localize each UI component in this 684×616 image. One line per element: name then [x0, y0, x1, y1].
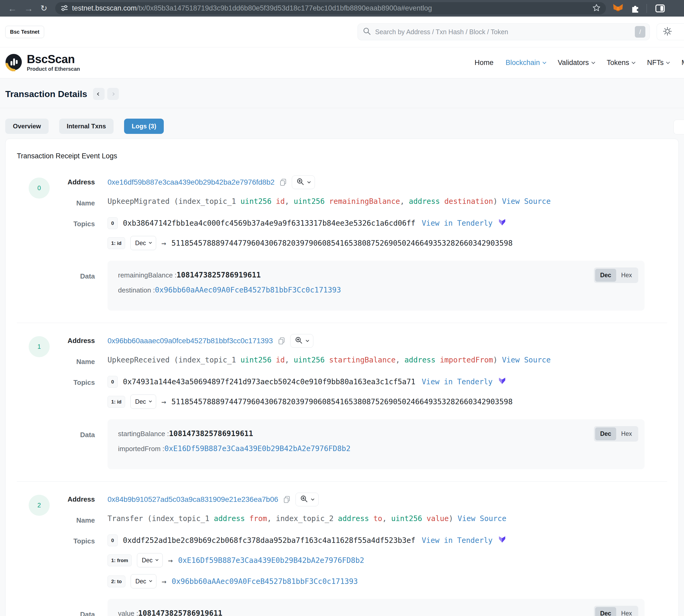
dec-toggle[interactable]: Dec — [595, 269, 616, 282]
hex-toggle[interactable]: Hex — [616, 427, 637, 440]
event-log-entry: 2Address0x84b9b910527ad5c03a9ca831909e21… — [17, 482, 667, 616]
chevron-down-icon — [307, 180, 311, 183]
tenderly-icon — [498, 218, 506, 228]
chevron-right-icon — [111, 92, 115, 96]
view-source-link[interactable]: View Source — [502, 197, 550, 206]
data-address-link[interactable]: 0x96bb60aAAec09A0FceB4527b81bbF3Cc0c1713… — [155, 286, 341, 294]
tab-overview[interactable]: Overview — [5, 118, 49, 134]
dec-hex-toggle: DecHex — [594, 267, 638, 283]
view-in-tenderly-link[interactable]: View in Tenderly — [421, 219, 493, 227]
site-header: BscScan Product of Etherscan Home Blockc… — [0, 47, 684, 79]
view-in-tenderly-link[interactable]: View in Tenderly — [421, 377, 493, 386]
data-label: Data — [17, 419, 95, 439]
side-panel-icon[interactable] — [655, 3, 665, 14]
data-param-name: startingBalance : — [118, 430, 169, 438]
name-label: Name — [17, 514, 95, 525]
txn-pager — [93, 88, 119, 100]
topic-row: 1: idDec→5118545788897447796043067820397… — [108, 236, 667, 250]
network-badge[interactable]: Bsc Testnet — [5, 26, 44, 38]
browser-reload-icon[interactable]: ↻ — [37, 4, 51, 13]
zoom-address-button[interactable] — [292, 175, 315, 189]
address-bar[interactable]: testnet.bscscan.com/tx/0x85b3a147518719d… — [55, 2, 606, 15]
data-param-name: destination : — [118, 286, 155, 294]
topic-dec-dropdown[interactable]: Dec — [130, 395, 156, 409]
log-name-row: NameUpkeepMigrated (index_topic_1 uint25… — [17, 197, 667, 207]
dec-hex-toggle: DecHex — [594, 426, 638, 442]
site-settings-icon[interactable] — [60, 3, 69, 14]
previous-txn-button[interactable] — [93, 88, 105, 100]
log-data-row: DataremainingBalance : 10814738257869196… — [17, 261, 667, 311]
topic-value-link[interactable]: 0x96bb60aAAec09A0FceB4527b81bbF3Cc0c1713… — [172, 577, 358, 586]
data-box: value : 1081473825786919611DecHex — [108, 599, 644, 616]
brand-text: BscScan Product of Etherscan — [27, 53, 80, 72]
log-data-row: DatastartingBalance : 108147382578691961… — [17, 419, 667, 469]
next-txn-button[interactable] — [107, 88, 119, 100]
nav-more[interactable]: More — [681, 59, 684, 67]
topic-dec-dropdown[interactable]: Dec — [131, 574, 156, 588]
arrow-right-icon: → — [161, 239, 166, 248]
view-source-link[interactable]: View Source — [458, 514, 506, 523]
bookmark-star-icon[interactable] — [592, 3, 601, 14]
browser-back-icon[interactable]: ← — [4, 4, 21, 13]
nav-nfts[interactable]: NFTs — [647, 59, 669, 67]
site-topbar: Bsc Testnet Search by Address / Txn Hash… — [0, 17, 684, 47]
topic-index-badge: 1: from — [108, 554, 132, 566]
address-label: Address — [17, 334, 95, 345]
data-line: startingBalance : 1081473825786919611 — [118, 429, 634, 438]
copy-icon[interactable] — [283, 495, 291, 504]
data-value: 1081473825786919611 — [169, 429, 253, 438]
arrow-right-icon: → — [161, 397, 166, 406]
chevron-down-icon — [543, 60, 546, 64]
nav-validators[interactable]: Validators — [558, 59, 595, 67]
bscscan-logo[interactable] — [5, 53, 23, 72]
nav-tokens[interactable]: Tokens — [607, 59, 635, 67]
data-label: Data — [17, 599, 95, 616]
url-text[interactable]: testnet.bscscan.com/tx/0x85b3a147518719d… — [72, 4, 588, 13]
zoom-address-button[interactable] — [290, 334, 313, 348]
extensions-icon[interactable] — [630, 3, 641, 14]
topic-dec-dropdown[interactable]: Dec — [130, 236, 156, 250]
data-box: startingBalance : 1081473825786919611imp… — [108, 419, 644, 469]
search-input[interactable]: Search by Address / Txn Hash / Block / T… — [358, 23, 650, 40]
nav-blockchain[interactable]: Blockchain — [505, 59, 546, 67]
tab-bar: Overview Internal Txns Logs (3) — [0, 108, 684, 134]
cut-off-button[interactable] — [674, 120, 684, 134]
page-content: Transaction Details Overview Internal Tx… — [0, 79, 684, 616]
chevron-down-icon — [311, 497, 314, 501]
arrow-right-icon: → — [162, 577, 166, 586]
sun-icon — [663, 26, 672, 37]
hex-toggle[interactable]: Hex — [616, 607, 637, 616]
zoom-address-button[interactable] — [295, 493, 319, 506]
log-address-link[interactable]: 0xe16df59b887e3caa439e0b29b42ba2e7976fd8… — [108, 178, 274, 186]
event-log-list: 0Address0xe16df59b887e3caa439e0b29b42ba2… — [17, 164, 667, 616]
view-in-tenderly-link[interactable]: View in Tenderly — [421, 536, 493, 545]
arrow-right-icon: → — [168, 556, 173, 565]
log-address-link[interactable]: 0x96bb60aaaec09a0fceb4527b81bbf3cc0c1713… — [108, 337, 273, 345]
copy-icon[interactable] — [279, 178, 287, 186]
browser-forward-icon[interactable]: → — [21, 4, 37, 13]
dec-toggle[interactable]: Dec — [595, 607, 616, 616]
theme-toggle-button[interactable] — [657, 23, 684, 40]
topic-value: 0xddf252ad1be2c89b69c2b068fc378daa952ba7… — [123, 536, 416, 545]
log-address-link[interactable]: 0x84b9b910527ad5c03a9ca831909e21e236ea7b… — [108, 495, 278, 504]
chevron-down-icon — [156, 558, 159, 561]
topic-dec-dropdown[interactable]: Dec — [137, 553, 163, 567]
hex-toggle[interactable]: Hex — [616, 269, 637, 282]
chevron-down-icon — [591, 60, 595, 64]
dec-hex-toggle: DecHex — [594, 606, 638, 616]
data-address-link[interactable]: 0xE16Df59B887e3Caa439E0b29B42bA2e7976FD8… — [164, 444, 350, 453]
topic-index-badge: 0 — [108, 534, 118, 546]
dec-toggle[interactable]: Dec — [595, 427, 616, 440]
topic-index-badge: 2: to — [108, 575, 126, 587]
copy-icon[interactable] — [278, 337, 286, 345]
view-source-link[interactable]: View Source — [502, 356, 550, 364]
data-param-name: remainingBalance : — [118, 271, 177, 279]
topic-value-link[interactable]: 0xE16Df59B887e3Caa439E0b29B42bA2e7976FD8… — [178, 556, 364, 565]
name-label: Name — [17, 355, 95, 366]
topic-index-badge: 1: id — [108, 237, 125, 249]
tab-internal-txns[interactable]: Internal Txns — [59, 118, 114, 134]
nav-home[interactable]: Home — [475, 59, 494, 67]
data-value: 1081473825786919611 — [138, 609, 222, 616]
tab-logs[interactable]: Logs (3) — [124, 118, 164, 134]
metamask-icon[interactable] — [613, 3, 623, 14]
